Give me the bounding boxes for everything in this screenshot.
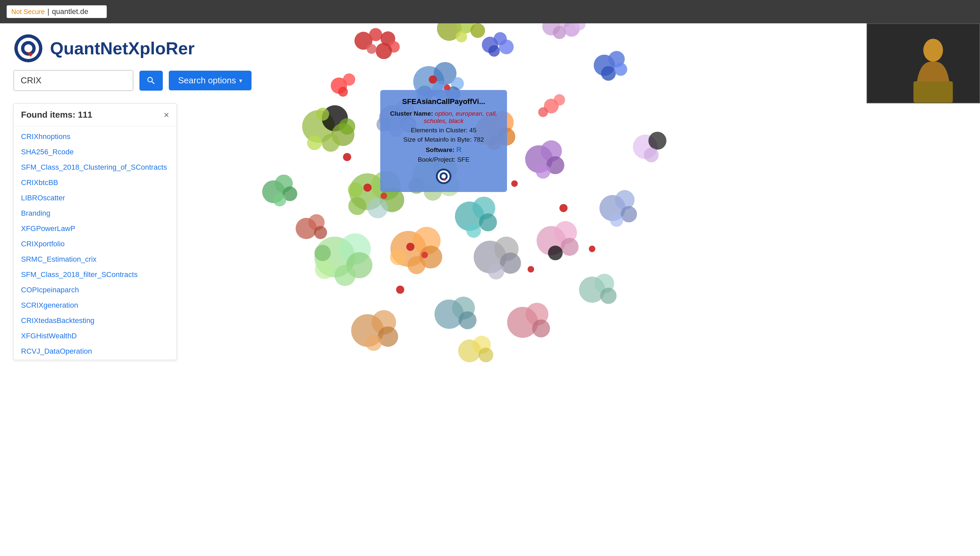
- svg-point-131: [528, 266, 535, 273]
- list-item[interactable]: SFM_Class_2018_Clustering_of_SContracts: [14, 160, 177, 175]
- list-item[interactable]: RCVJ_DataOperation: [14, 344, 177, 359]
- svg-point-1: [369, 28, 382, 41]
- svg-point-85: [488, 263, 504, 279]
- svg-point-73: [315, 259, 335, 279]
- svg-point-100: [366, 335, 382, 351]
- svg-point-79: [390, 249, 406, 265]
- tooltip-size: Size of Metainfo in Byte: 782: [390, 136, 498, 143]
- webcam-overlay: [867, 23, 980, 103]
- list-item[interactable]: SRMC_Estimation_crix: [14, 252, 177, 267]
- svg-point-81: [421, 252, 428, 258]
- svg-point-103: [458, 311, 477, 329]
- list-item[interactable]: XFGPowerLawP: [14, 221, 177, 236]
- svg-point-25: [429, 75, 437, 83]
- list-item[interactable]: CCPConstruction: [14, 359, 177, 360]
- svg-point-54: [364, 184, 372, 192]
- svg-point-68: [467, 223, 481, 238]
- svg-point-72: [335, 265, 356, 286]
- list-item[interactable]: CRIXportfolio: [14, 236, 177, 252]
- tooltip-book: Book/Project: SFE: [390, 156, 498, 163]
- svg-point-9: [456, 31, 467, 42]
- list-item[interactable]: SCRIXgeneration: [14, 298, 177, 313]
- svg-point-5: [366, 44, 376, 54]
- address-bar[interactable]: Not Secure | quantlet.de: [6, 5, 107, 18]
- svg-point-53: [348, 182, 363, 197]
- svg-point-117: [554, 94, 565, 106]
- svg-point-78: [408, 256, 426, 274]
- page-content: QuantNetXploRer Search options ▾ Found i…: [0, 23, 980, 556]
- svg-point-8: [470, 23, 485, 38]
- svg-point-124: [488, 45, 500, 57]
- svg-point-88: [561, 238, 579, 256]
- svg-point-18: [614, 63, 627, 76]
- svg-point-106: [532, 319, 550, 337]
- tooltip-elements: Elements in Cluster: 45: [390, 127, 498, 134]
- svg-point-64: [536, 164, 551, 179]
- list-item[interactable]: COPIcpeinaparch: [14, 282, 177, 298]
- webcam-person-silhouette: [867, 24, 979, 103]
- tooltip-software-value: R: [456, 145, 462, 154]
- svg-point-125: [499, 40, 513, 54]
- svg-point-112: [314, 226, 327, 239]
- results-count: Found items: 111: [21, 110, 92, 120]
- svg-point-130: [396, 286, 404, 294]
- svg-point-80: [406, 242, 414, 251]
- svg-point-4: [376, 43, 392, 59]
- svg-point-67: [479, 213, 497, 231]
- tooltip-cluster-name: Cluster Name: option, european, call, sc…: [390, 110, 498, 124]
- url-text: quantlet.de: [52, 7, 88, 16]
- tooltip-logo: [390, 168, 498, 185]
- list-item[interactable]: SFM_Class_2018_filter_SContracts: [14, 267, 177, 282]
- svg-point-74: [314, 245, 331, 261]
- svg-point-96: [644, 148, 659, 162]
- security-warning: Not Secure: [11, 8, 45, 16]
- svg-point-128: [559, 204, 567, 212]
- tooltip-popup: SFEAsianCallPayoffVi... Cluster Name: op…: [380, 90, 507, 192]
- svg-point-109: [600, 288, 617, 304]
- results-panel: Found items: 111 × CRIXhnoptionsSHA256_R…: [13, 103, 177, 360]
- svg-point-89: [548, 246, 563, 260]
- list-item[interactable]: LIBROscatter: [14, 190, 177, 206]
- svg-point-127: [511, 180, 518, 187]
- tooltip-cluster-value: option, european, call, scholes, black: [424, 110, 497, 124]
- results-header: Found items: 111 ×: [14, 103, 177, 126]
- browser-chrome: Not Secure | quantlet.de: [0, 0, 980, 23]
- tooltip-cluster-name-label: Cluster Name:: [390, 110, 433, 117]
- svg-point-17: [601, 66, 616, 81]
- svg-point-141: [923, 39, 943, 61]
- tooltip-title: SFEAsianCallPayoffVi...: [390, 97, 498, 106]
- url-separator: |: [47, 7, 49, 16]
- svg-rect-142: [914, 81, 953, 103]
- svg-point-93: [610, 214, 623, 227]
- svg-point-120: [343, 73, 355, 86]
- tooltip-cluster-name-value: option, european, call, scholes, black: [424, 110, 497, 124]
- svg-point-52: [348, 197, 366, 215]
- svg-point-33: [316, 108, 329, 121]
- list-item[interactable]: CRIXtedasBacktesting: [14, 313, 177, 328]
- tooltip-quantnet-logo: [435, 168, 452, 185]
- close-results-button[interactable]: ×: [164, 110, 169, 120]
- svg-point-55: [381, 193, 387, 199]
- list-item[interactable]: Branding: [14, 206, 177, 221]
- svg-point-139: [441, 174, 445, 178]
- svg-point-121: [338, 87, 348, 97]
- tooltip-software: Software: R: [390, 145, 498, 154]
- list-item[interactable]: CRIXbtcBB: [14, 175, 177, 190]
- svg-point-129: [589, 246, 595, 252]
- svg-point-31: [307, 135, 322, 150]
- list-item[interactable]: XFGHistWealthD: [14, 328, 177, 344]
- svg-point-95: [648, 132, 666, 150]
- svg-point-92: [621, 206, 637, 222]
- results-list: CRIXhnoptionsSHA256_RcodeSFM_Class_2018_…: [14, 126, 177, 360]
- svg-point-126: [343, 153, 351, 161]
- svg-point-30: [322, 134, 340, 152]
- list-item[interactable]: CRIXhnoptions: [14, 129, 177, 144]
- tooltip-software-label: Software:: [426, 146, 455, 154]
- list-item[interactable]: SHA256_Rcode: [14, 144, 177, 160]
- svg-point-115: [479, 348, 493, 362]
- svg-point-118: [538, 107, 548, 117]
- svg-point-47: [273, 193, 286, 206]
- svg-point-51: [368, 198, 388, 218]
- svg-point-32: [339, 118, 355, 135]
